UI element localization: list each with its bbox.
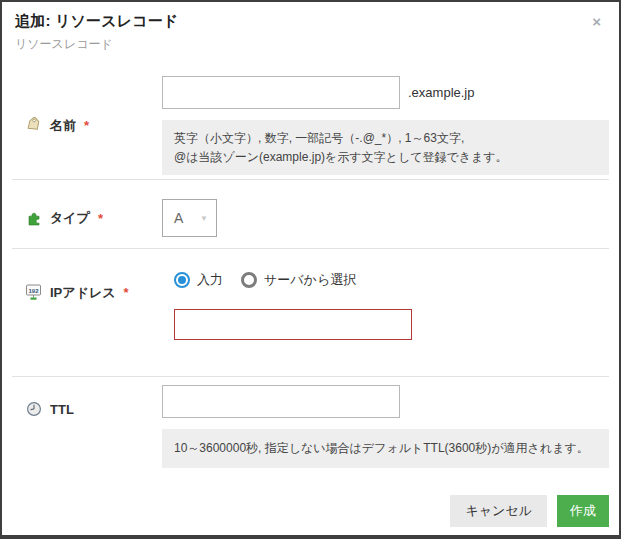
name-hint: 英字（小文字）, 数字, 一部記号（-.@_*）, 1～63文字, @は当該ゾー… bbox=[162, 120, 609, 175]
type-label: タイプ bbox=[50, 209, 90, 227]
name-hint-line1: 英字（小文字）, 数字, 一部記号（-.@_*）, 1～63文字, bbox=[174, 129, 597, 148]
dialog-header: 追加: リソースレコード リソースレコード × bbox=[2, 2, 619, 68]
ttl-label-group: TTL bbox=[2, 385, 162, 417]
type-field-row: タイプ* A ▼ bbox=[2, 187, 619, 248]
type-selected-value: A bbox=[174, 210, 183, 226]
chevron-down-icon: ▼ bbox=[200, 214, 208, 223]
radio-server-label[interactable]: サーバから選択 bbox=[264, 271, 356, 289]
type-select[interactable]: A ▼ bbox=[162, 199, 217, 237]
type-required-mark: * bbox=[98, 211, 103, 226]
ip-field-area: 入力 サーバから選択 bbox=[162, 271, 609, 340]
radio-select-from-server[interactable] bbox=[241, 272, 257, 288]
ip-field-row: 192 IPアドレス* 入力 サーバから選択 bbox=[2, 249, 619, 376]
name-required-mark: * bbox=[84, 118, 89, 133]
puzzle-piece-icon bbox=[25, 210, 43, 227]
tag-icon bbox=[25, 117, 43, 134]
dialog-footer: キャンセル 作成 bbox=[450, 495, 609, 527]
add-resource-record-dialog: 追加: リソースレコード リソースレコード × 名前* .example.jp bbox=[0, 0, 621, 539]
radio-input-selected[interactable] bbox=[174, 272, 190, 288]
ttl-input[interactable] bbox=[162, 385, 400, 418]
type-label-group: タイプ* bbox=[2, 199, 162, 237]
ttl-hint: 10～3600000秒, 指定しない場合はデフォルトTTL(3600秒)が適用さ… bbox=[162, 429, 609, 468]
ttl-label: TTL bbox=[50, 402, 74, 417]
name-input[interactable] bbox=[162, 76, 400, 109]
type-field-area: A ▼ bbox=[162, 199, 609, 237]
ip-label: IPアドレス bbox=[50, 284, 116, 302]
create-button[interactable]: 作成 bbox=[557, 495, 609, 527]
divider bbox=[12, 179, 609, 180]
ip-source-radio-group: 入力 サーバから選択 bbox=[174, 271, 609, 289]
ttl-field-row: TTL 10～3600000秒, 指定しない場合はデフォルトTTL(3600秒)… bbox=[2, 377, 619, 468]
ip-address-icon: 192 bbox=[25, 284, 43, 301]
ttl-field-area: 10～3600000秒, 指定しない場合はデフォルトTTL(3600秒)が適用さ… bbox=[162, 385, 609, 468]
name-field-row: 名前* .example.jp 英字（小文字）, 数字, 一部記号（-.@_*）… bbox=[2, 68, 619, 179]
dialog-subtitle: リソースレコード bbox=[15, 36, 605, 53]
name-hint-line2: @は当該ゾーン(example.jp)を示す文字として登録できます。 bbox=[174, 148, 597, 167]
clock-icon bbox=[25, 401, 43, 417]
ip-address-input[interactable] bbox=[174, 309, 412, 340]
radio-input-label[interactable]: 入力 bbox=[197, 271, 223, 289]
svg-text:192: 192 bbox=[28, 288, 39, 294]
domain-suffix: .example.jp bbox=[408, 85, 474, 100]
ip-required-mark: * bbox=[124, 285, 129, 300]
name-label: 名前 bbox=[50, 117, 76, 135]
ip-label-group: 192 IPアドレス* bbox=[2, 284, 162, 302]
close-icon[interactable]: × bbox=[592, 14, 601, 29]
dialog-title: 追加: リソースレコード bbox=[15, 12, 605, 31]
name-label-group: 名前* bbox=[2, 76, 162, 175]
name-field-area: .example.jp 英字（小文字）, 数字, 一部記号（-.@_*）, 1～… bbox=[162, 76, 609, 175]
cancel-button[interactable]: キャンセル bbox=[450, 495, 547, 527]
